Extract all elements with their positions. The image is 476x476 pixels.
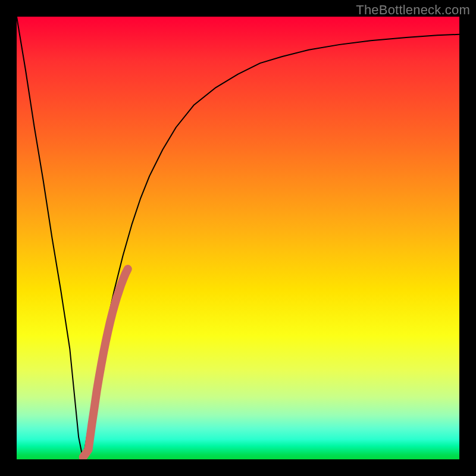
- highlight-dot: [88, 420, 96, 428]
- watermark-text: TheBottleneck.com: [356, 2, 470, 18]
- highlight-dot: [84, 446, 92, 453]
- chart-frame: TheBottleneck.com: [0, 0, 476, 476]
- plot-area: [17, 17, 459, 459]
- bottleneck-curve: [17, 17, 459, 459]
- highlight-segment: [83, 269, 128, 457]
- curve-layer: [17, 17, 459, 459]
